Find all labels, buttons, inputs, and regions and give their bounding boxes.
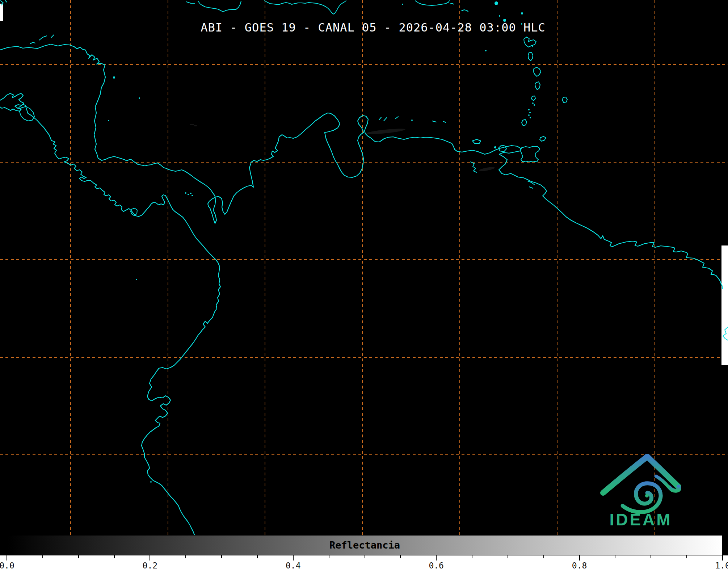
colorbar-tick-label: 0.6 <box>429 561 444 570</box>
islet-dot <box>494 146 496 148</box>
colorbar-tick <box>508 555 508 558</box>
coiba <box>131 208 137 216</box>
aruba <box>379 117 381 120</box>
los-roques <box>432 121 446 122</box>
spiral-eye-icon <box>645 494 649 497</box>
colorbar-tick <box>7 555 7 560</box>
colorbar-tick <box>42 555 43 558</box>
faint-cloud <box>366 127 405 135</box>
vieques <box>450 3 454 4</box>
islet-dot <box>530 117 531 118</box>
la-tortuga <box>472 139 481 143</box>
top-left-fragment <box>1 0 7 5</box>
colorbar-tick <box>543 555 544 558</box>
islet-dot <box>113 76 115 79</box>
caribbean-mainland-coast <box>0 44 723 289</box>
satellite-image-viewport: ABI - GOES 19 - CANAL 05 - 2026-04-28 03… <box>0 0 728 571</box>
islet-dot <box>190 193 192 194</box>
colorbar-tick-label: 0.0 <box>0 561 14 570</box>
ideam-logo: IDEAM <box>597 451 684 536</box>
faint-cloud <box>190 124 194 125</box>
st-vincent <box>531 96 535 101</box>
islet-dot <box>532 102 534 104</box>
islet-dot <box>402 4 403 5</box>
jamaica <box>198 1 241 12</box>
st-lucia <box>535 82 540 90</box>
ideam-logo-text: IDEAM <box>597 510 684 529</box>
lake-nicaragua <box>20 106 34 121</box>
islet-dot <box>192 195 193 196</box>
pacific-coast <box>0 93 220 535</box>
grenada <box>522 119 527 126</box>
colorbar-tick-area <box>0 555 728 571</box>
tobago <box>540 137 546 141</box>
martinique <box>533 67 541 76</box>
islet-dot <box>529 112 531 113</box>
islet-dot <box>534 104 535 106</box>
reflectance-colorbar: Reflectancia <box>7 535 723 555</box>
mountain-icon <box>669 487 679 491</box>
colorbar-tick <box>114 555 115 558</box>
islet-dot <box>136 279 137 280</box>
barbados <box>562 97 567 102</box>
islet-dot <box>150 481 152 483</box>
islet-dot <box>532 45 533 47</box>
faint-cloud <box>479 166 495 172</box>
colorbar-tick <box>686 555 687 558</box>
colorbar-tick <box>78 555 79 558</box>
dominica <box>528 52 533 61</box>
colorbar-tick <box>221 555 222 558</box>
islet-dot <box>185 192 186 194</box>
islet-dot <box>495 1 498 5</box>
hispaniola-south-coast <box>265 1 346 14</box>
colorbar-tick <box>436 555 437 560</box>
curacao <box>384 118 387 121</box>
islet-dot <box>188 194 189 195</box>
colorbar-tick <box>293 555 294 560</box>
islet-dot <box>499 15 500 17</box>
colorbar-tick <box>365 555 365 558</box>
st-croix <box>462 10 468 12</box>
colorbar-tick <box>722 555 723 560</box>
guadeloupe <box>524 37 536 47</box>
ne-venezuela-inlets <box>471 162 476 172</box>
trinidad <box>520 146 540 162</box>
islet-dot <box>139 97 140 99</box>
colorbar-tick <box>150 555 150 560</box>
islet-dot <box>528 109 530 110</box>
bay-islands <box>30 35 54 44</box>
colorbar-tick-label: 1.0 <box>715 561 728 570</box>
colorbar-tick <box>615 555 615 558</box>
colorbar-title: Reflectancia <box>329 539 400 551</box>
colorbar-tick-label: 0.4 <box>286 561 301 570</box>
spiral-icon <box>623 483 661 512</box>
islet-dot <box>108 120 109 121</box>
colorbar-tick <box>185 555 186 558</box>
scene-edge-white <box>0 4 3 21</box>
bonaire <box>395 117 398 119</box>
colorbar-tick <box>472 555 472 558</box>
colorbar-tick <box>579 555 580 560</box>
colorbar-tick <box>400 555 401 558</box>
colorbar-tick <box>329 555 329 558</box>
islet-dot <box>521 12 523 14</box>
islet-dot <box>528 114 530 116</box>
colorbar-tick-label: 0.2 <box>143 561 158 570</box>
cayman-islet <box>186 2 195 3</box>
colorbar-tick-label: 0.8 <box>572 561 587 570</box>
colorbar-tick <box>651 555 651 558</box>
islet-dot <box>411 119 413 121</box>
scene-edge-white <box>721 245 728 365</box>
image-title: ABI - GOES 19 - CANAL 05 - 2026-04-28 03… <box>201 21 545 34</box>
puerto-rico-south-coast <box>415 1 449 5</box>
colorbar-tick <box>257 555 258 558</box>
faint-cloud <box>194 125 197 126</box>
islet-dot <box>485 50 487 51</box>
